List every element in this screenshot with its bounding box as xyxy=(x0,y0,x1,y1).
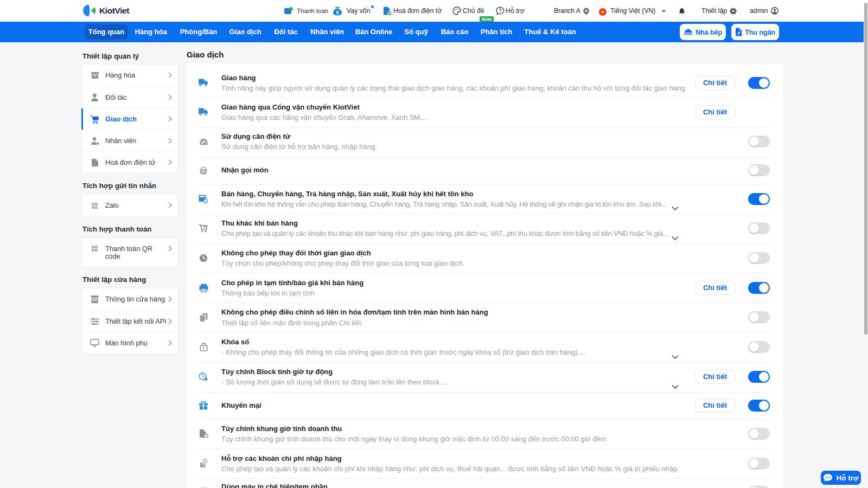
svg-text:$: $ xyxy=(336,10,339,15)
svg-text:?: ? xyxy=(499,8,501,13)
